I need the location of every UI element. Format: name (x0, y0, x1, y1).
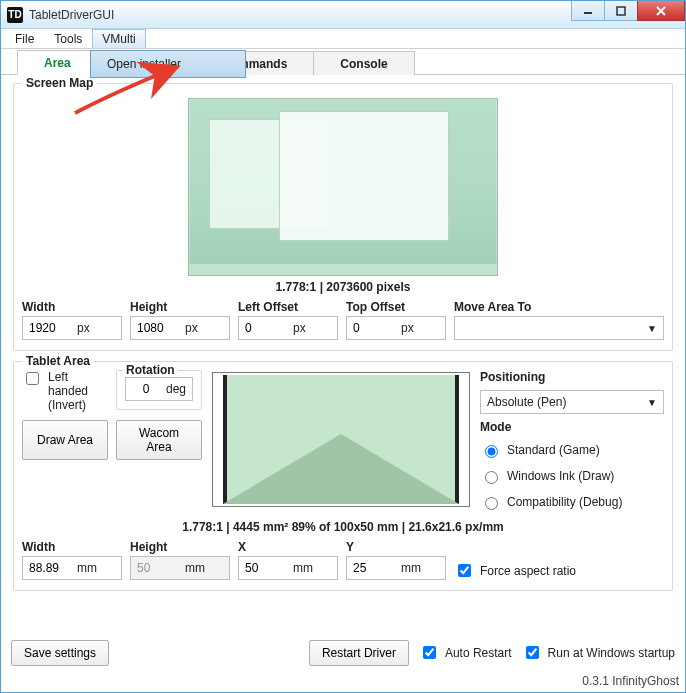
tab-area[interactable]: Area (17, 50, 98, 75)
screen-height-box: px (130, 316, 230, 340)
save-settings-button[interactable]: Save settings (11, 640, 109, 666)
mode-windowsink-label: Windows Ink (Draw) (507, 469, 614, 483)
status-text: 0.3.1 InfinityGhost (582, 674, 679, 688)
menubar: File Tools VMulti (1, 29, 685, 49)
ta-y-box: mm (346, 556, 446, 580)
screen-width-box: px (22, 316, 122, 340)
vmulti-dropdown: Open installer (90, 50, 246, 78)
rotation-legend: Rotation (123, 363, 178, 377)
positioning-label: Positioning (480, 370, 664, 384)
ta-x-box: mm (238, 556, 338, 580)
rotation-box: deg (125, 377, 193, 401)
tablet-area-group: Tablet Area Left handed (Invert) Rotatio… (13, 361, 673, 591)
auto-restart-checkbox[interactable] (423, 646, 436, 659)
menu-vmulti[interactable]: VMulti (92, 29, 145, 48)
screen-map-legend: Screen Map (22, 76, 97, 90)
force-aspect-row[interactable]: Force aspect ratio (454, 562, 576, 580)
mode-standard-radio[interactable] (485, 445, 498, 458)
move-area-to-label: Move Area To (454, 300, 664, 314)
screen-map-preview[interactable] (188, 98, 498, 276)
minimize-button[interactable] (571, 1, 605, 21)
chevron-down-icon: ▼ (647, 397, 657, 408)
mode-windowsink-row[interactable]: Windows Ink (Draw) (480, 468, 664, 484)
close-icon (655, 5, 667, 17)
tab-console-label: Console (340, 57, 387, 71)
auto-restart-label: Auto Restart (445, 646, 512, 660)
screen-topoffset-box: px (346, 316, 446, 340)
screen-width-input[interactable] (23, 321, 77, 335)
screen-leftoffset-input[interactable] (239, 321, 293, 335)
force-aspect-label: Force aspect ratio (480, 564, 576, 578)
mode-compat-label: Compatibility (Debug) (507, 495, 622, 509)
tablet-area-preview[interactable] (212, 372, 470, 507)
ta-x-unit: mm (293, 561, 319, 575)
screen-topoffset-label: Top Offset (346, 300, 446, 314)
ta-width-input[interactable] (23, 561, 77, 575)
app-icon: TD (7, 7, 23, 23)
svg-rect-1 (617, 7, 625, 15)
menu-file[interactable]: File (5, 29, 44, 48)
chevron-down-icon: ▼ (647, 323, 657, 334)
screen-map-group: Screen Map 1.778:1 | 2073600 pixels Widt… (13, 83, 673, 351)
preview-taskbar (189, 263, 497, 275)
ta-y-input[interactable] (347, 561, 401, 575)
ta-width-unit: mm (77, 561, 103, 575)
left-handed-checkbox[interactable] (26, 372, 39, 385)
screen-topoffset-unit: px (401, 321, 420, 335)
ta-height-label: Height (130, 540, 230, 554)
tab-console[interactable]: Console (313, 51, 414, 75)
close-button[interactable] (637, 1, 685, 21)
minimize-icon (583, 7, 593, 15)
ta-height-input (131, 561, 185, 575)
mode-standard-label: Standard (Game) (507, 443, 600, 457)
left-handed-row[interactable]: Left handed (Invert) (22, 370, 108, 412)
positioning-combo[interactable]: Absolute (Pen) ▼ (480, 390, 664, 414)
ta-y-label: Y (346, 540, 446, 554)
positioning-value: Absolute (Pen) (487, 395, 566, 409)
window-controls (572, 1, 685, 21)
force-aspect-checkbox[interactable] (458, 564, 471, 577)
screen-height-input[interactable] (131, 321, 185, 335)
screen-height-unit: px (185, 321, 204, 335)
ta-x-label: X (238, 540, 338, 554)
draw-area-button[interactable]: Draw Area (22, 420, 108, 460)
screen-height-label: Height (130, 300, 230, 314)
window-title: TabletDriverGUI (29, 8, 114, 22)
restart-driver-button[interactable]: Restart Driver (309, 640, 409, 666)
menu-tools[interactable]: Tools (44, 29, 92, 48)
ta-x-input[interactable] (239, 561, 293, 575)
run-at-startup-checkbox[interactable] (526, 646, 539, 659)
run-at-startup-row[interactable]: Run at Windows startup (522, 644, 675, 662)
bottom-bar: Save settings Restart Driver Auto Restar… (11, 640, 675, 666)
rotation-unit: deg (166, 382, 192, 396)
mode-compat-row[interactable]: Compatibility (Debug) (480, 494, 664, 510)
mode-windowsink-radio[interactable] (485, 471, 498, 484)
mode-label: Mode (480, 420, 664, 434)
maximize-button[interactable] (604, 1, 638, 21)
run-at-startup-label: Run at Windows startup (548, 646, 675, 660)
tablet-area-legend: Tablet Area (22, 354, 94, 368)
ta-y-unit: mm (401, 561, 427, 575)
screen-leftoffset-box: px (238, 316, 338, 340)
screen-leftoffset-unit: px (293, 321, 312, 335)
rotation-input[interactable] (126, 382, 166, 396)
screen-width-unit: px (77, 321, 96, 335)
ta-width-box: mm (22, 556, 122, 580)
tab-content-area: Screen Map 1.778:1 | 2073600 pixels Widt… (1, 75, 685, 591)
menu-open-installer[interactable]: Open installer (93, 53, 243, 75)
app-window: TD TabletDriverGUI File Tools VMulti Ope… (0, 0, 686, 693)
mode-standard-row[interactable]: Standard (Game) (480, 442, 664, 458)
move-area-to-combo[interactable]: ▼ (454, 316, 664, 340)
tablet-area-caption: 1.778:1 | 4445 mm² 89% of 100x50 mm | 21… (22, 520, 664, 534)
ta-height-unit: mm (185, 561, 211, 575)
ta-width-label: Width (22, 540, 122, 554)
mode-compat-radio[interactable] (485, 497, 498, 510)
left-handed-label: Left handed (Invert) (48, 370, 108, 412)
screen-width-label: Width (22, 300, 122, 314)
preview-window-b (279, 111, 449, 241)
screen-topoffset-input[interactable] (347, 321, 401, 335)
ta-height-box: mm (130, 556, 230, 580)
wacom-area-button[interactable]: Wacom Area (116, 420, 202, 460)
auto-restart-row[interactable]: Auto Restart (419, 644, 512, 662)
screen-map-caption: 1.778:1 | 2073600 pixels (22, 280, 664, 294)
